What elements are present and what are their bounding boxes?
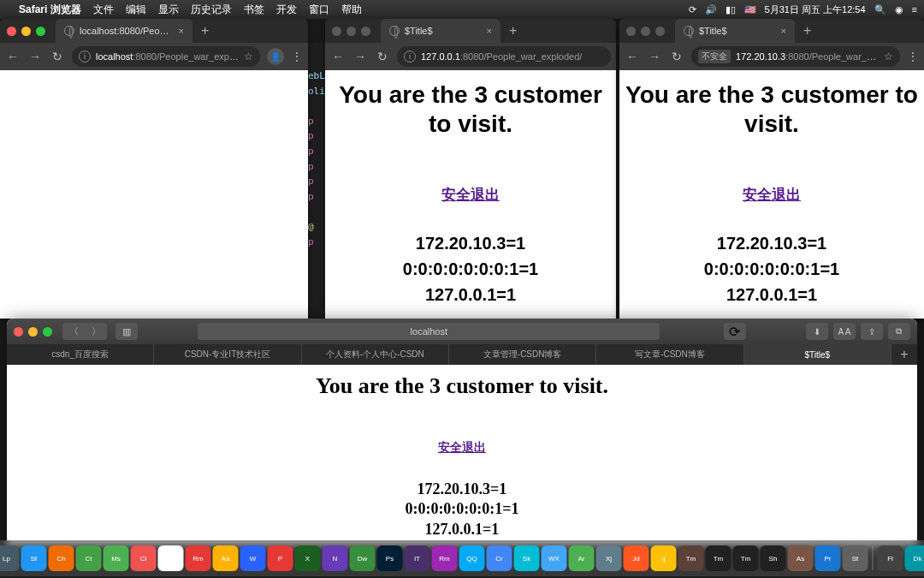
dock-app-icon[interactable]: P — [268, 545, 293, 571]
dock-app-icon[interactable]: WX — [542, 545, 567, 571]
browser-tab[interactable]: $Title$ × — [675, 19, 795, 43]
minimize-icon[interactable] — [28, 327, 38, 337]
back-button[interactable]: ← — [625, 50, 640, 63]
reload-button[interactable]: ⟳ — [724, 323, 746, 340]
dock-app-icon[interactable]: Sh — [761, 545, 786, 571]
tab-close-icon[interactable]: × — [487, 26, 492, 36]
back-button[interactable]: ← — [5, 50, 21, 63]
forward-button[interactable]: → — [27, 50, 43, 63]
dock-app-icon[interactable]: Jd — [624, 545, 649, 571]
close-icon[interactable] — [626, 27, 636, 36]
dock-app-icon[interactable]: Lp — [0, 545, 20, 571]
tabs-button[interactable]: ⧉ — [888, 323, 910, 340]
dock-app-icon[interactable]: Fl — [878, 545, 903, 571]
dock-app-icon[interactable]: 31 — [158, 545, 184, 571]
dock-app-icon[interactable]: Ar — [569, 545, 595, 571]
dock-app-icon[interactable]: Dk — [905, 545, 925, 571]
dock-app-icon[interactable]: iT — [405, 545, 430, 571]
safari-tab[interactable]: 写文章-CSDN博客 — [596, 344, 743, 365]
browser-tab[interactable]: $Title$ × — [381, 19, 500, 43]
search-icon[interactable]: 🔍 — [874, 4, 886, 15]
dock-app-icon[interactable]: Rm — [186, 545, 211, 571]
back-button[interactable]: 〈 — [62, 323, 85, 340]
dock-app-icon[interactable]: N — [323, 545, 348, 571]
menu-history[interactable]: 历史记录 — [191, 3, 232, 17]
new-tab-button[interactable]: + — [192, 23, 217, 39]
dock-app-icon[interactable]: X — [295, 545, 321, 571]
logout-link[interactable]: 安全退出 — [743, 185, 801, 205]
datetime[interactable]: 5月31日 周五 上午12:54 — [765, 3, 866, 16]
minimize-icon[interactable] — [21, 27, 31, 36]
dock-app-icon[interactable]: Cr — [487, 545, 512, 571]
menu-edit[interactable]: 编辑 — [126, 3, 146, 17]
sidebar-button[interactable]: ▥ — [116, 323, 138, 340]
reload-button[interactable] — [50, 50, 65, 63]
tab-close-icon[interactable]: × — [179, 26, 184, 36]
sync-icon[interactable]: ⟳ — [689, 4, 696, 15]
dock-app-icon[interactable]: Rm — [432, 545, 458, 571]
maximize-icon[interactable] — [361, 27, 370, 36]
safari-tab[interactable]: 个人资料-个人中心-CSDN — [302, 344, 449, 365]
forward-button[interactable]: → — [352, 50, 368, 63]
menu-develop[interactable]: 开发 — [276, 3, 297, 17]
close-icon[interactable] — [14, 327, 23, 337]
maximize-icon[interactable] — [655, 27, 665, 36]
reload-button[interactable] — [669, 50, 684, 63]
dock-app-icon[interactable]: Cl — [131, 545, 157, 571]
reload-button[interactable] — [375, 50, 390, 63]
dock-app-icon[interactable]: Xj — [596, 545, 622, 571]
dock-app-icon[interactable]: As — [788, 545, 814, 571]
menu-file[interactable]: 文件 — [93, 3, 114, 17]
dock-app-icon[interactable]: Sk — [514, 545, 540, 571]
dock-app-icon[interactable]: Ct — [76, 545, 102, 571]
siri-icon[interactable]: ◉ — [895, 4, 903, 15]
menu-icon[interactable]: ≡ — [912, 4, 917, 15]
minimize-icon[interactable] — [346, 27, 356, 36]
tab-close-icon[interactable]: × — [781, 26, 786, 36]
menu-help[interactable]: 帮助 — [341, 3, 362, 17]
dock-app-icon[interactable]: Ch — [49, 545, 74, 571]
minimize-icon[interactable] — [641, 27, 650, 36]
site-info-icon[interactable]: i — [79, 51, 91, 63]
site-info-icon[interactable]: i — [404, 51, 416, 63]
share-button[interactable]: ⇪ — [861, 323, 883, 340]
dock-app-icon[interactable]: Ij — [651, 545, 677, 571]
reader-button[interactable]: A A — [833, 323, 856, 340]
logout-link[interactable]: 安全退出 — [441, 185, 500, 205]
close-icon[interactable] — [332, 27, 341, 36]
profile-icon[interactable]: 👤 — [267, 48, 284, 65]
battery-icon[interactable]: ▮▯ — [726, 4, 736, 15]
dock-app-icon[interactable]: QQ — [459, 545, 485, 571]
forward-button[interactable]: → — [647, 50, 662, 63]
logout-link[interactable]: 安全退出 — [438, 440, 486, 456]
bookmark-star-icon[interactable]: ☆ — [884, 51, 893, 63]
forward-button[interactable]: 〉 — [85, 323, 107, 340]
dock-app-icon[interactable]: Ps — [377, 545, 403, 571]
menu-icon[interactable]: ⋮ — [907, 50, 919, 63]
download-button[interactable]: ⬇ — [806, 323, 828, 340]
dock-app-icon[interactable]: Tm — [706, 545, 732, 571]
dock-app-icon[interactable]: Aa — [213, 545, 239, 571]
menu-window[interactable]: 窗口 — [309, 3, 329, 17]
safari-tab[interactable]: CSDN-专业IT技术社区 — [154, 344, 301, 365]
dock-app-icon[interactable]: Ms — [104, 545, 129, 571]
dock-app-icon[interactable]: Tm — [678, 545, 704, 571]
dock-app-icon[interactable]: Sf — [21, 545, 47, 571]
insecure-badge[interactable]: 不安全 — [698, 50, 731, 63]
close-icon[interactable] — [7, 27, 16, 36]
menu-icon[interactable]: ⋮ — [291, 50, 303, 63]
maximize-icon[interactable] — [36, 27, 45, 36]
safari-tab[interactable]: csdn_百度搜索 — [7, 344, 154, 365]
menu-bookmarks[interactable]: 书签 — [244, 3, 264, 17]
safari-tab-active[interactable]: $Title$ — [744, 344, 891, 365]
volume-icon[interactable]: 🔊 — [705, 4, 717, 15]
new-tab-button[interactable]: + — [500, 23, 525, 39]
new-tab-button[interactable]: + — [795, 23, 820, 39]
maximize-icon[interactable] — [43, 327, 52, 337]
back-button[interactable]: ← — [330, 50, 346, 63]
browser-tab[interactable]: localhost:8080/People_war_ex × — [56, 19, 192, 43]
dock-app-icon[interactable]: W — [240, 545, 266, 571]
flag-icon[interactable]: 🇺🇸 — [744, 4, 756, 15]
dock-app-icon[interactable]: Pr — [815, 545, 841, 571]
address-bar[interactable]: 不安全 172.20.10.3:8080/People_war_ex... ☆ — [691, 46, 900, 67]
